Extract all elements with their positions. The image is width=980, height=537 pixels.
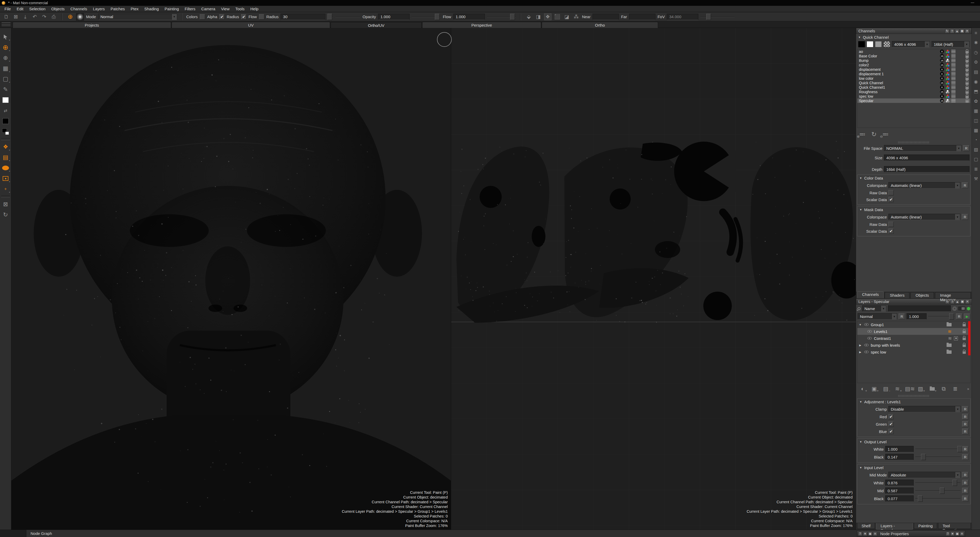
warp-tool-icon[interactable]: ▦▾ — [1, 63, 10, 74]
menu-layers[interactable]: Layers — [90, 6, 108, 11]
palette-help-icon[interactable]: ? — [946, 532, 950, 536]
filter-toggle[interactable] — [958, 307, 965, 310]
palette-collapse-icon[interactable]: ▲ — [955, 29, 959, 33]
add-image-layer-icon[interactable]: ▣+ — [870, 386, 878, 392]
menu-file[interactable]: File — [2, 6, 14, 11]
ortho-viewport[interactable]: Current Tool: Paint (P) Current Object: … — [11, 28, 451, 530]
output-white-slider[interactable] — [915, 449, 961, 450]
paint-mode-dropdown[interactable]: Normal ▼ — [98, 14, 177, 20]
layers-palette-icon[interactable]: ≣ — [974, 166, 978, 172]
unlock-icon[interactable] — [966, 91, 969, 94]
visibility-eye-icon[interactable] — [864, 344, 869, 346]
tab-image-manager[interactable]: Image Manager — [935, 292, 971, 298]
add-mask-icon[interactable]: ▤◦ — [882, 386, 890, 392]
patches-palette-icon[interactable]: ▦ — [974, 108, 978, 114]
reset-button[interactable]: R — [962, 488, 969, 494]
reset-button[interactable]: R — [962, 496, 969, 502]
colorspace-dropdown[interactable]: Automatic (linear) ▼ — [888, 182, 960, 189]
channel-row[interactable]: displacement 18 — [858, 71, 970, 76]
sync-channel-icon[interactable]: ↻ — [871, 130, 877, 138]
palette-refresh-icon[interactable]: ↻ — [945, 300, 950, 304]
layer-search-input[interactable] — [888, 305, 951, 312]
reset-button[interactable]: R — [956, 313, 963, 319]
panel-splitter[interactable] — [898, 395, 930, 397]
colorspace-dropdown[interactable]: Automatic (linear) ▼ — [888, 214, 960, 220]
add-paint-layer-icon[interactable]: ◐+ — [859, 386, 867, 392]
palette-close-icon[interactable]: ✕ — [960, 532, 964, 536]
pixel-palette-icon[interactable]: ▩ — [974, 128, 978, 133]
layers-palette-header[interactable]: Layers - Specular ↻ ? ▲ ▣ ✕ — [856, 299, 972, 305]
add-channel-icon[interactable]: ≕⊕ — [859, 130, 865, 138]
config-palette-icon[interactable]: ⚒ — [974, 176, 978, 182]
merge-layers-icon[interactable]: ⧉ — [940, 386, 948, 392]
channel-row[interactable]: Quick Channel18 — [858, 85, 970, 89]
reset-button[interactable]: R — [962, 472, 969, 478]
unlock-icon[interactable] — [966, 87, 969, 89]
visibility-eye-icon[interactable] — [867, 330, 872, 333]
select-pixels-icon[interactable]: ❖▾ — [1, 141, 10, 152]
tab-uv[interactable]: UV — [172, 22, 330, 28]
layer-amount-slider[interactable] — [928, 316, 955, 317]
node-graph-tab[interactable]: Node Graph — [30, 531, 52, 536]
shaders-palette-icon[interactable]: ◔ — [974, 137, 977, 143]
marquee-select-tool-icon[interactable]: ▢▾ — [1, 74, 10, 84]
unlock-icon[interactable] — [966, 65, 969, 67]
channel-row-selected[interactable]: Specular16 — [858, 99, 970, 103]
unlock-icon[interactable] — [966, 69, 969, 71]
transparent-swatch[interactable] — [883, 41, 890, 48]
palette-close-icon[interactable]: ✕ — [965, 29, 969, 33]
channel-row[interactable]: low color8 — [858, 76, 970, 81]
reset-button[interactable]: R — [962, 183, 968, 188]
raw-data-checkbox[interactable] — [888, 222, 894, 227]
palette-help-icon[interactable]: ? — [950, 300, 955, 304]
unlock-icon[interactable] — [966, 73, 969, 76]
tab-ortho[interactable]: Ortho — [542, 22, 658, 28]
patch-select-icon[interactable]: ▾ — [1, 173, 10, 184]
menu-painting[interactable]: Painting — [162, 6, 181, 11]
input-mid-input[interactable]: 0.587 — [885, 488, 914, 494]
unlock-icon[interactable] — [966, 83, 969, 85]
far-input[interactable] — [629, 14, 655, 20]
channels-palette-header[interactable]: Channels ↻ ? ▲ ▣ ✕ — [856, 28, 972, 34]
adjustment-stack-icon[interactable]: ▤≋ — [905, 386, 913, 392]
palette-collapse-icon[interactable]: ▲ — [955, 300, 959, 304]
colors-checkbox[interactable] — [200, 14, 205, 19]
output-white-input[interactable]: 1.000 — [885, 446, 914, 452]
undo-icon[interactable]: ↶ — [31, 13, 38, 20]
reset-button[interactable]: R — [962, 446, 969, 452]
color-data-header[interactable]: ▼ Color Data — [858, 175, 970, 181]
menu-ptex[interactable]: Ptex — [128, 6, 142, 11]
layer-row-group[interactable]: ▶ spec low — [858, 348, 970, 355]
reset-button[interactable]: R — [962, 406, 969, 412]
menu-objects[interactable]: Objects — [48, 6, 68, 11]
menu-filters[interactable]: Filters — [182, 6, 199, 11]
channel-row[interactable]: Roughness16 — [858, 89, 970, 94]
reset-button[interactable]: R — [963, 145, 969, 151]
list-palette-icon[interactable]: ▤ — [974, 69, 978, 75]
brush-tip-preview[interactable] — [76, 13, 84, 21]
add-adjustment-layer-icon[interactable]: ≋+ — [893, 386, 901, 392]
input-level-header[interactable]: ▼ Input Level — [858, 464, 970, 471]
layer-row-selected[interactable]: Levels1 ≋ — [858, 328, 970, 335]
fov-slider[interactable] — [700, 17, 735, 17]
perspective-view-icon[interactable]: ⬙ — [525, 13, 533, 20]
tab-projects[interactable]: Projects — [13, 22, 171, 28]
cache-play-button[interactable]: ▶ — [964, 313, 970, 319]
menu-tools[interactable]: Tools — [232, 6, 247, 11]
layer-row-group[interactable]: ▶ bump with levels — [858, 342, 970, 348]
reset-button[interactable]: R — [962, 214, 968, 220]
tab-perspective[interactable]: Perspective — [422, 22, 541, 28]
unlock-icon[interactable] — [966, 56, 969, 58]
panel-splitter[interactable] — [898, 141, 930, 143]
mask-shape-icon[interactable]: ⬛ — [554, 13, 561, 20]
projectors-palette-icon[interactable]: ▧ — [974, 147, 978, 153]
output-black-slider[interactable] — [915, 457, 961, 457]
unlock-icon[interactable] — [963, 338, 966, 340]
opacity-input[interactable]: 1.000 — [378, 14, 410, 20]
channel-row[interactable]: Base Color16 — [858, 54, 970, 58]
expander-icon[interactable]: ▼ — [858, 323, 862, 326]
reset-button[interactable]: R — [962, 454, 969, 460]
select-tool-icon[interactable]: ▾ — [1, 32, 10, 42]
channel-row[interactable]: Bump16 — [858, 58, 970, 63]
reset-button[interactable]: R — [899, 313, 905, 319]
